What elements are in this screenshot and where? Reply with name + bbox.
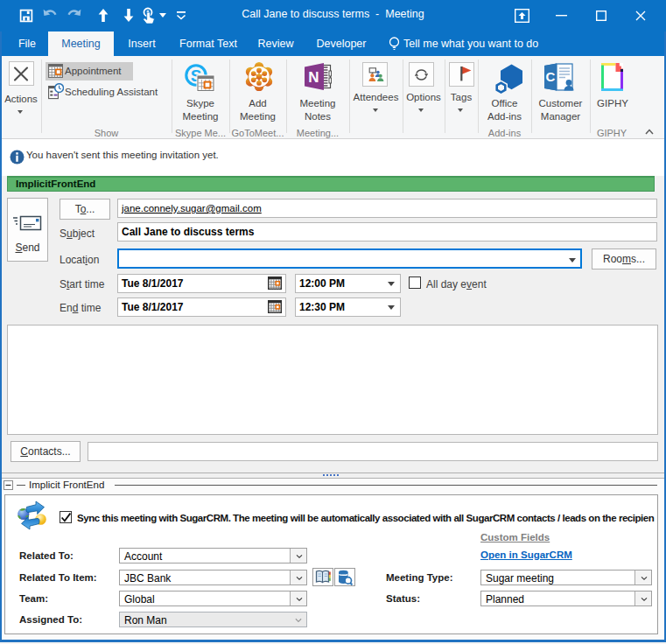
svg-text:N: N [308,69,319,86]
svg-text:C: C [546,69,556,84]
